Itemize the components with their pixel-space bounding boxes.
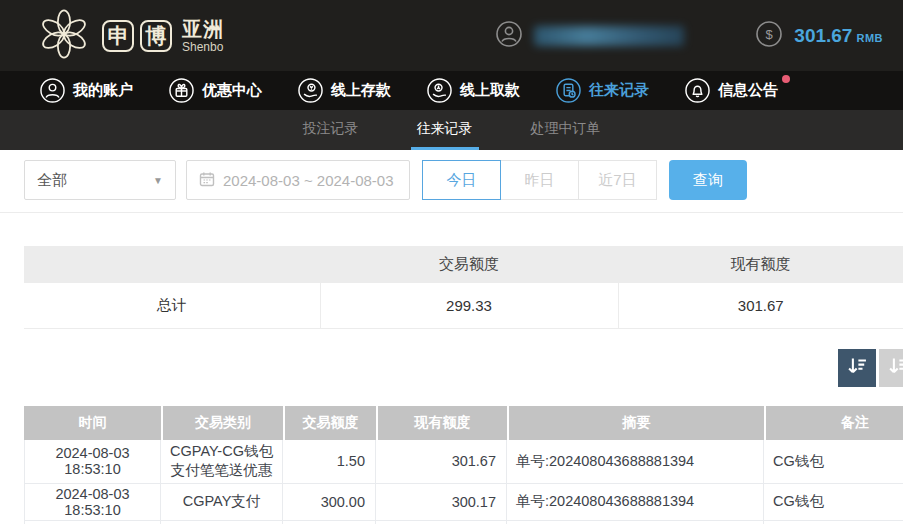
deposit-icon bbox=[298, 78, 323, 103]
sort-controls bbox=[838, 349, 903, 387]
nav-item-announcements[interactable]: 信息公告 bbox=[685, 78, 778, 103]
records-table: 时间 交易类别 交易额度 现有额度 摘要 备注 2024-08-03 18:53… bbox=[24, 406, 903, 524]
main-nav: 我的账户 优惠中心 线上存款 线上取款 bbox=[0, 71, 903, 110]
nav-label: 信息公告 bbox=[718, 81, 778, 100]
cell-amount: 1.50 bbox=[283, 440, 376, 484]
balance-amount: 301.67 bbox=[794, 25, 852, 47]
header-type: 交易类别 bbox=[161, 406, 283, 440]
type-select[interactable]: 全部 ▼ bbox=[24, 160, 176, 200]
nav-label: 往来记录 bbox=[589, 81, 649, 100]
nav-item-withdraw[interactable]: 线上取款 bbox=[427, 78, 520, 103]
cell-type: CGPAY支付 bbox=[161, 484, 283, 521]
header-remark: 备注 bbox=[764, 406, 903, 440]
filter-bar: 全部 ▼ 2024-08-03 ~ 2024-08-03 今日 昨日 近7日 查… bbox=[24, 160, 879, 200]
summary-header-current-amount: 现有额度 bbox=[618, 246, 903, 283]
brand-logo[interactable]: 申 博 亚洲 Shenbo bbox=[36, 6, 224, 66]
cell-amount: 300.00 bbox=[283, 484, 376, 521]
cell-remark: CG钱包 bbox=[764, 440, 903, 484]
cell-type: CGPAY-CG钱包支付笔笔送优惠 bbox=[161, 440, 283, 484]
header-time: 时间 bbox=[24, 406, 161, 440]
notification-dot bbox=[782, 75, 790, 83]
today-button[interactable]: 今日 bbox=[422, 160, 501, 200]
cell-remark: CG钱包 bbox=[764, 484, 903, 521]
query-button[interactable]: 查询 bbox=[669, 160, 747, 200]
records-icon bbox=[556, 78, 581, 103]
flower-logo-icon bbox=[36, 6, 92, 66]
nav-label: 优惠中心 bbox=[202, 81, 262, 100]
balance-currency: RMB bbox=[856, 32, 883, 44]
summary-table: 交易额度 现有额度 总计 299.33 301.67 bbox=[24, 246, 903, 329]
username-redacted[interactable] bbox=[534, 26, 684, 46]
divider bbox=[0, 212, 903, 213]
nav-item-my-account[interactable]: 我的账户 bbox=[40, 78, 133, 103]
header-amount: 交易额度 bbox=[283, 406, 376, 440]
logo-char-shen: 申 bbox=[102, 20, 134, 52]
summary-header-row: 交易额度 现有额度 bbox=[24, 246, 903, 283]
logo-region-cn: 亚洲 bbox=[182, 19, 224, 39]
nav-label: 线上取款 bbox=[460, 81, 520, 100]
user-avatar-icon[interactable] bbox=[496, 21, 522, 51]
summary-total-row: 总计 299.33 301.67 bbox=[24, 283, 903, 328]
cell-balance: 301.67 bbox=[376, 440, 507, 484]
sub-nav: 投注记录 往来记录 处理中订单 bbox=[0, 110, 903, 150]
nav-label: 我的账户 bbox=[73, 81, 133, 100]
chevron-down-icon: ▼ bbox=[153, 175, 163, 186]
cell-time: 2024-08-03 18:53:10 bbox=[24, 440, 161, 484]
nav-item-transaction-records[interactable]: 往来记录 bbox=[556, 78, 649, 103]
user-icon bbox=[40, 78, 65, 103]
tab-transaction-records[interactable]: 往来记录 bbox=[411, 110, 479, 150]
summary-total-label: 总计 bbox=[24, 283, 320, 328]
sort-ascending-icon bbox=[887, 355, 903, 380]
summary-header-empty bbox=[24, 246, 320, 283]
table-row: 2024-08-03 18:53:10 CGPAY支付 300.00 300.1… bbox=[24, 484, 903, 521]
yesterday-button[interactable]: 昨日 bbox=[500, 160, 579, 200]
bell-icon bbox=[685, 78, 710, 103]
tab-betting-records[interactable]: 投注记录 bbox=[297, 110, 365, 150]
cell-summary: 单号:202408043688881394 bbox=[507, 440, 764, 484]
gift-icon bbox=[169, 78, 194, 103]
cell-balance: 300.17 bbox=[376, 484, 507, 521]
logo-char-bo: 博 bbox=[140, 20, 172, 52]
date-range-value: 2024-08-03 ~ 2024-08-03 bbox=[223, 172, 394, 189]
summary-header-transaction-amount: 交易额度 bbox=[320, 246, 618, 283]
sort-descending-button[interactable] bbox=[838, 349, 876, 387]
table-row bbox=[24, 521, 903, 524]
nav-item-deposit[interactable]: 线上存款 bbox=[298, 78, 391, 103]
date-range-input[interactable]: 2024-08-03 ~ 2024-08-03 bbox=[186, 160, 410, 200]
account-balance[interactable]: 301.67 RMB bbox=[794, 25, 883, 47]
header-summary: 摘要 bbox=[507, 406, 764, 440]
tab-processing-orders[interactable]: 处理中订单 bbox=[525, 110, 607, 150]
calendar-icon bbox=[199, 171, 215, 190]
nav-label: 线上存款 bbox=[331, 81, 391, 100]
type-select-value: 全部 bbox=[37, 171, 67, 190]
records-header-row: 时间 交易类别 交易额度 现有额度 摘要 备注 bbox=[24, 406, 903, 440]
withdraw-icon bbox=[427, 78, 452, 103]
coin-dollar-icon: $ bbox=[756, 21, 782, 51]
quick-date-buttons: 今日 昨日 近7日 bbox=[422, 160, 657, 200]
top-header: 申 博 亚洲 Shenbo $ 301.67 RMB bbox=[0, 0, 903, 71]
last7days-button[interactable]: 近7日 bbox=[578, 160, 657, 200]
cell-summary: 单号:202408043688881394 bbox=[507, 484, 764, 521]
sort-descending-icon bbox=[846, 355, 868, 380]
logo-region-en: Shenbo bbox=[182, 41, 224, 53]
header-balance: 现有额度 bbox=[376, 406, 507, 440]
sort-ascending-button[interactable] bbox=[879, 349, 903, 387]
summary-current-amount: 301.67 bbox=[618, 283, 903, 328]
records-table-wrap: 时间 交易类别 交易额度 现有额度 摘要 备注 2024-08-03 18:53… bbox=[24, 406, 903, 524]
summary-transaction-amount: 299.33 bbox=[320, 283, 618, 328]
svg-text:$: $ bbox=[766, 27, 774, 42]
table-row: 2024-08-03 18:53:10 CGPAY-CG钱包支付笔笔送优惠 1.… bbox=[24, 440, 903, 484]
logo-region: 亚洲 Shenbo bbox=[182, 19, 224, 53]
cell-time: 2024-08-03 18:53:10 bbox=[24, 484, 161, 521]
nav-item-promotions[interactable]: 优惠中心 bbox=[169, 78, 262, 103]
